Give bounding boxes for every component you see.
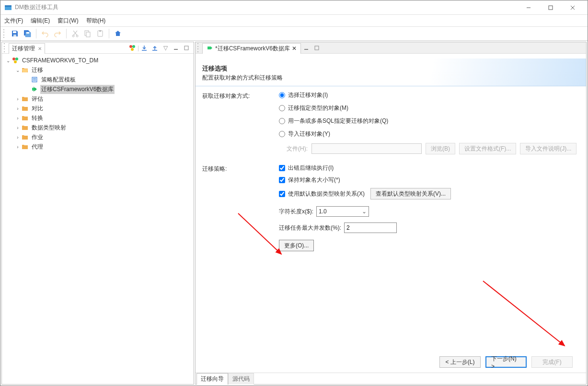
close-icon[interactable]: ✕ xyxy=(292,45,297,52)
minimize-button[interactable] xyxy=(518,0,540,15)
panel-handle xyxy=(197,43,200,53)
mode-radio-group: 选择迁移对象(I) 迁移指定类型的对象(M) 用一条或多条SQL指定要迁移的对象… xyxy=(279,91,576,138)
menu-edit[interactable]: 编辑(E) xyxy=(31,17,50,25)
tree-label: 作业 xyxy=(31,133,44,142)
footer-tabs: 迁移向导 源代码 xyxy=(196,373,586,384)
paste-icon[interactable] xyxy=(94,28,106,39)
tree-proxy[interactable]: › 代理 xyxy=(2,142,194,152)
app-window: DM数据迁移工具 文件(F) 编辑(E) 窗口(W) 帮助(H) xyxy=(0,0,588,386)
close-button[interactable] xyxy=(562,0,584,15)
save-all-icon[interactable] xyxy=(22,28,33,39)
radio-input[interactable] xyxy=(279,105,285,111)
editor-tab[interactable]: *迁移CSFrameworkV6数据库 ✕ xyxy=(202,43,301,54)
menu-help[interactable]: 帮助(H) xyxy=(86,17,106,25)
folder-icon xyxy=(21,124,29,131)
check-default-typemap[interactable]: 使用默认数据类型映射关系(X) xyxy=(279,190,365,198)
undo-icon[interactable] xyxy=(39,28,51,39)
tree-template[interactable]: 策略配置模板 xyxy=(2,75,194,84)
cut-icon[interactable] xyxy=(69,28,81,39)
minimize-panel-icon[interactable] xyxy=(172,44,180,52)
tab-source[interactable]: 源代码 xyxy=(228,373,254,385)
charlen-select[interactable]: 1.0⌄ xyxy=(316,206,369,217)
menu-window[interactable]: 窗口(W) xyxy=(58,17,78,25)
svg-rect-18 xyxy=(174,49,178,50)
tree-label: 迁移CSFrameworkV6数据库 xyxy=(40,85,115,94)
maximize-panel-icon[interactable] xyxy=(182,44,191,52)
folder-icon xyxy=(21,105,29,112)
prev-button[interactable]: < 上一步(L) xyxy=(439,356,481,368)
maximize-button[interactable] xyxy=(540,0,562,15)
wizard-content: 迁移选项 配置获取对象的方式和迁移策略 获取迁移对象方式: 选择迁移对象(I) … xyxy=(196,54,586,384)
checkbox-input[interactable] xyxy=(279,165,285,171)
migration-manager-tab[interactable]: 迁移管理 ✕ xyxy=(9,43,45,54)
window-title: DM数据迁移工具 xyxy=(15,3,58,12)
tree-migrate[interactable]: ⌄ 迁移 xyxy=(2,65,194,75)
cluster-icon[interactable] xyxy=(128,44,137,52)
view-menu-icon[interactable]: ▽ xyxy=(161,44,170,52)
check-continue-on-error[interactable]: 出错后继续执行(I) xyxy=(279,164,451,172)
check-label: 使用默认数据类型映射关系(X) xyxy=(288,190,365,198)
concurrency-input[interactable] xyxy=(344,222,397,233)
checkbox-input[interactable] xyxy=(279,177,285,183)
radio-import[interactable]: 导入迁移对象(Y) xyxy=(279,130,576,138)
svg-rect-3 xyxy=(549,6,553,10)
check-keep-case[interactable]: 保持对象名大小写(*) xyxy=(279,176,451,184)
svg-rect-27 xyxy=(315,46,319,50)
check-label: 出错后继续执行(I) xyxy=(288,164,334,172)
tree-typemap[interactable]: › 数据类型映射 xyxy=(2,123,194,132)
tree-label: 策略配置模板 xyxy=(40,75,77,84)
folder-icon xyxy=(21,114,29,122)
svg-rect-7 xyxy=(13,35,16,36)
tree-evaluate[interactable]: › 评估 xyxy=(2,94,194,104)
tree-job[interactable]: › 作业 xyxy=(2,132,194,142)
radio-label: 用一条或多条SQL指定要迁移的对象(Q) xyxy=(288,117,388,125)
right-panel: *迁移CSFrameworkV6数据库 ✕ 迁移选项 配置获取对象的方式和迁移策… xyxy=(195,42,587,385)
save-icon[interactable] xyxy=(9,28,21,39)
home-icon[interactable] xyxy=(112,28,124,39)
editor-tab-label: *迁移CSFrameworkV6数据库 xyxy=(215,45,290,53)
export-icon[interactable] xyxy=(150,44,159,52)
workspace: 迁移管理 ✕ | ▽ ⌄ CSFRAMEWORKV6_TO_DM xyxy=(0,41,588,386)
svg-rect-6 xyxy=(13,31,16,33)
tree-root[interactable]: ⌄ CSFRAMEWORKV6_TO_DM xyxy=(2,56,194,65)
radio-by-sql[interactable]: 用一条或多条SQL指定要迁移的对象(Q) xyxy=(279,117,576,125)
import-icon[interactable] xyxy=(140,44,149,52)
svg-point-20 xyxy=(12,58,15,60)
page-title: 迁移选项 xyxy=(202,64,579,73)
check-label: 保持对象名大小写(*) xyxy=(288,176,340,184)
redo-icon[interactable] xyxy=(52,28,63,39)
minimize-panel-icon[interactable] xyxy=(302,44,311,52)
project-tree[interactable]: ⌄ CSFRAMEWORKV6_TO_DM ⌄ 迁移 策略配置模板 迁移CSFr… xyxy=(2,54,194,384)
tree-compare[interactable]: › 对比 xyxy=(2,104,194,113)
radio-by-type[interactable]: 迁移指定类型的对象(M) xyxy=(279,104,576,112)
svg-point-17 xyxy=(131,48,134,51)
tree-convert[interactable]: › 转换 xyxy=(2,113,194,123)
tree-label: 代理 xyxy=(31,142,44,152)
svg-rect-14 xyxy=(99,30,101,32)
close-icon[interactable]: ✕ xyxy=(38,46,42,51)
form-area: 获取迁移对象方式: 选择迁移对象(I) 迁移指定类型的对象(M) 用一条或多条S… xyxy=(202,91,579,351)
migrate-icon xyxy=(31,85,38,93)
toolbar xyxy=(0,26,588,41)
radio-input[interactable] xyxy=(279,92,285,98)
menu-file[interactable]: 文件(F) xyxy=(4,17,23,25)
checkbox-input[interactable] xyxy=(279,191,285,197)
tab-wizard[interactable]: 迁移向导 xyxy=(196,373,228,385)
radio-input[interactable] xyxy=(279,131,285,137)
svg-point-15 xyxy=(129,45,132,48)
radio-input[interactable] xyxy=(279,118,285,124)
maximize-panel-icon[interactable] xyxy=(312,44,321,52)
next-button[interactable]: 下一步(N) > xyxy=(485,356,527,368)
import-desc-button: 导入文件说明(J)... xyxy=(520,143,576,154)
tree-migration-task[interactable]: 迁移CSFrameworkV6数据库 xyxy=(2,84,194,94)
more-button[interactable]: 更多(O)... xyxy=(279,240,314,251)
radio-label: 选择迁移对象(I) xyxy=(288,91,328,99)
set-format-button: 设置文件格式(F)... xyxy=(459,143,516,154)
panel-handle xyxy=(4,43,7,53)
copy-icon[interactable] xyxy=(82,28,93,39)
radio-select-objects[interactable]: 选择迁移对象(I) xyxy=(279,91,576,99)
titlebar: DM数据迁移工具 xyxy=(0,0,588,15)
strategy-label: 迁移策略: xyxy=(202,164,279,251)
view-typemap-button[interactable]: 查看默认类型映射关系(V)... xyxy=(370,188,451,199)
chevron-down-icon: ⌄ xyxy=(362,208,367,215)
